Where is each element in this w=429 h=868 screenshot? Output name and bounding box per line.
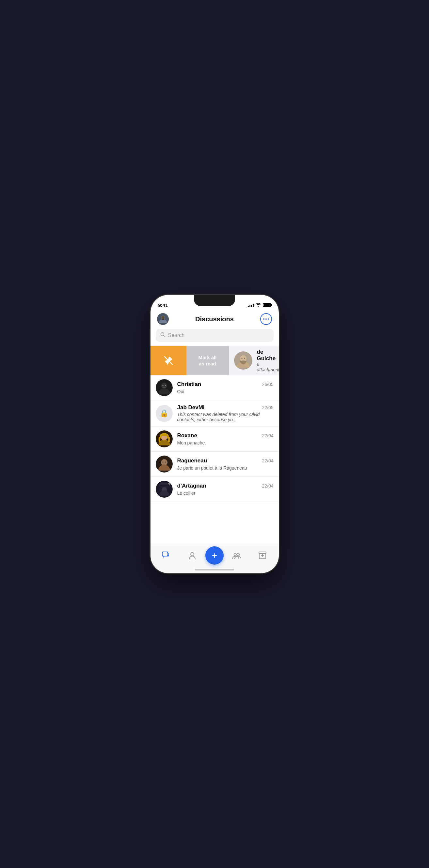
contact-info: d'Artagnan 22/04 Le collier (177, 483, 274, 496)
main-content: Mark all as read (151, 346, 279, 573)
more-dots-icon (263, 318, 269, 320)
contact-info: Ragueneau 22/04 Je parie un poulet à la … (177, 458, 274, 471)
contact-message: Le collier (177, 491, 195, 496)
contacts-icon (188, 551, 197, 560)
contact-name: d'Artagnan (177, 483, 206, 489)
contact-date: 22/04 (262, 433, 273, 438)
archive-icon (258, 551, 267, 560)
pinned-contact-name: de Guiche (257, 349, 279, 362)
tab-discussions[interactable] (154, 551, 180, 560)
contact-date: 26/05 (262, 382, 273, 387)
list-item[interactable]: Roxane 22/04 Mon panache. (151, 427, 279, 452)
svg-point-28 (237, 553, 239, 556)
contact-info: Christian 26/05 Oui (177, 381, 274, 395)
pinned-row: Mark all as read (151, 346, 279, 375)
contact-message: Mon panache. (177, 440, 206, 445)
contact-info: Jab DevMi 22/05 This contact was deleted… (177, 404, 274, 422)
signal-icon (248, 303, 254, 307)
tab-archive[interactable] (249, 551, 275, 560)
contact-info: Roxane 22/04 Mon panache. (177, 432, 274, 446)
contact-name: Christian (177, 381, 202, 388)
svg-point-2 (161, 316, 164, 319)
svg-point-19 (165, 462, 166, 463)
lock-icon: 🔒 (160, 409, 168, 418)
contact-name: Roxane (177, 432, 197, 439)
search-container: Search (151, 329, 279, 346)
pinned-contact-sub: 6 attachments (257, 362, 279, 372)
svg-rect-29 (259, 552, 266, 554)
groups-icon (232, 551, 241, 560)
svg-point-8 (244, 358, 245, 359)
contact-date: 22/04 (262, 483, 273, 489)
page-title: Discussions (195, 315, 234, 323)
contact-name: Ragueneau (177, 458, 207, 464)
home-indicator (195, 569, 234, 570)
contact-avatar (156, 430, 173, 447)
svg-point-7 (241, 358, 242, 359)
contact-message: Oui (177, 389, 184, 394)
search-input[interactable]: Search (156, 329, 274, 342)
pinned-contact-avatar (234, 351, 252, 370)
tab-contacts[interactable] (180, 551, 205, 560)
content-area: 9:41 (151, 295, 279, 573)
list-item[interactable]: Christian 26/05 Oui (151, 375, 279, 400)
svg-point-12 (165, 385, 166, 386)
list-item[interactable]: d'Artagnan 22/04 Le collier (151, 477, 279, 502)
contact-name: Jab DevMi (177, 404, 205, 411)
contact-avatar: 🔒 (156, 405, 173, 422)
fab-button[interactable]: + (205, 546, 224, 565)
discussions-icon (162, 551, 171, 560)
wifi-icon (256, 303, 261, 308)
svg-rect-24 (162, 552, 168, 556)
svg-rect-25 (162, 552, 168, 556)
svg-point-27 (234, 553, 236, 556)
contact-avatar (156, 481, 173, 498)
pin-action[interactable] (151, 346, 186, 375)
list-item[interactable]: 🔒 Jab DevMi 22/05 This contact was delet… (151, 400, 279, 427)
svg-point-26 (191, 553, 194, 556)
phone-frame: 9:41 (151, 295, 279, 573)
user-avatar[interactable] (157, 313, 169, 325)
menu-button[interactable] (260, 313, 272, 325)
mark-read-text: Mark all as read (198, 354, 217, 367)
mark-all-read-action[interactable]: Mark all as read (186, 346, 229, 375)
list-item[interactable]: Ragueneau 22/04 Je parie un poulet à la … (151, 452, 279, 477)
tab-groups[interactable] (224, 551, 249, 560)
status-time: 9:41 (158, 302, 168, 308)
contact-message: Je parie un poulet à la Ragueneau (177, 465, 247, 471)
contact-date: 22/04 (262, 458, 273, 463)
notch (194, 295, 235, 306)
contact-avatar (156, 456, 173, 472)
svg-point-18 (162, 462, 163, 463)
pinned-contact-item[interactable]: de Guiche 6 attachments (229, 346, 279, 375)
unpin-icon (163, 355, 174, 366)
contact-date: 22/05 (262, 405, 273, 410)
contact-message: This contact was deleted from your Olvid… (177, 412, 274, 422)
contact-avatar (156, 379, 173, 396)
header: Discussions (151, 311, 279, 329)
status-icons (248, 303, 271, 308)
pinned-contact-info: de Guiche 6 attachments (257, 349, 279, 372)
search-placeholder-text: Search (168, 333, 185, 338)
plus-icon: + (212, 551, 217, 560)
svg-rect-22 (160, 485, 169, 487)
phone-screen: 9:41 (151, 295, 279, 573)
svg-point-11 (162, 385, 163, 386)
battery-icon (263, 303, 271, 307)
search-icon (160, 332, 165, 339)
